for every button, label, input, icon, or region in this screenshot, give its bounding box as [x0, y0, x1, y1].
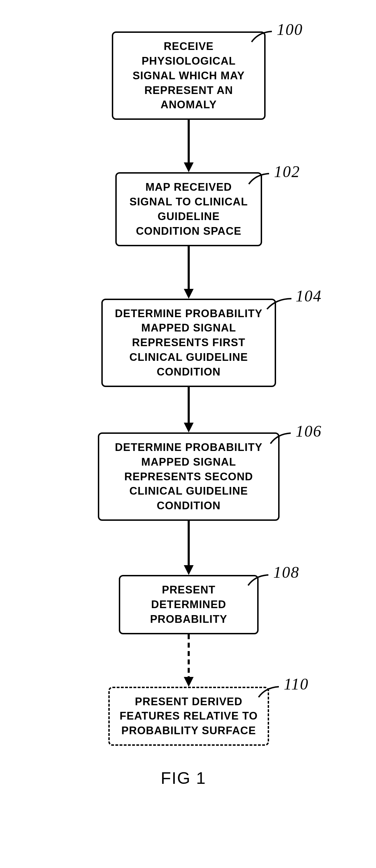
leader-line-108 — [247, 573, 272, 587]
svg-marker-5 — [184, 423, 194, 432]
leader-line-110 — [258, 685, 282, 699]
svg-marker-3 — [184, 289, 194, 299]
node-receive-signal: RECEIVE PHYSIOLOGICAL SIGNAL WHICH MAY R… — [112, 31, 266, 120]
leader-line-100 — [251, 29, 275, 43]
ref-label-106: 106 — [296, 422, 322, 440]
node-100-wrap: RECEIVE PHYSIOLOGICAL SIGNAL WHICH MAY R… — [77, 31, 301, 120]
connector-100-102 — [182, 120, 196, 172]
node-present-features: PRESENT DERIVED FEATURES RELATIVE TO PRO… — [108, 687, 269, 746]
ref-label-110: 110 — [284, 675, 309, 693]
node-map-signal: MAP RECEIVED SIGNAL TO CLINICAL GUIDELIN… — [115, 172, 262, 246]
node-110-wrap: PRESENT DERIVED FEATURES RELATIVE TO PRO… — [77, 687, 301, 746]
node-present-prob: PRESENT DETERMINED PROBABILITY — [119, 575, 259, 634]
leader-line-106 — [270, 431, 294, 445]
ref-label-108: 108 — [273, 563, 299, 582]
leader-line-102 — [248, 172, 273, 185]
connector-106-108 — [182, 521, 196, 575]
ref-label-102: 102 — [274, 162, 300, 181]
node-102-wrap: MAP RECEIVED SIGNAL TO CLINICAL GUIDELIN… — [77, 172, 301, 246]
connector-104-106 — [182, 387, 196, 432]
node-108-wrap: PRESENT DETERMINED PROBABILITY 108 — [77, 575, 301, 634]
leader-line-104 — [266, 297, 294, 311]
node-104-wrap: DETERMINE PROBABILITY MAPPED SIGNAL REPR… — [77, 299, 301, 387]
node-106-wrap: DETERMINE PROBABILITY MAPPED SIGNAL REPR… — [77, 432, 301, 521]
connector-108-110 — [182, 634, 196, 687]
node-prob-second: DETERMINE PROBABILITY MAPPED SIGNAL REPR… — [98, 432, 280, 521]
page: RECEIVE PHYSIOLOGICAL SIGNAL WHICH MAY R… — [0, 0, 376, 868]
figure-caption: FIG 1 — [161, 768, 206, 788]
svg-marker-1 — [184, 162, 194, 172]
svg-marker-9 — [184, 677, 194, 687]
flowchart: RECEIVE PHYSIOLOGICAL SIGNAL WHICH MAY R… — [77, 31, 301, 746]
connector-102-104 — [182, 246, 196, 299]
node-prob-first: DETERMINE PROBABILITY MAPPED SIGNAL REPR… — [101, 299, 276, 387]
ref-label-100: 100 — [277, 20, 303, 39]
svg-marker-7 — [184, 565, 194, 575]
ref-label-104: 104 — [296, 287, 322, 305]
